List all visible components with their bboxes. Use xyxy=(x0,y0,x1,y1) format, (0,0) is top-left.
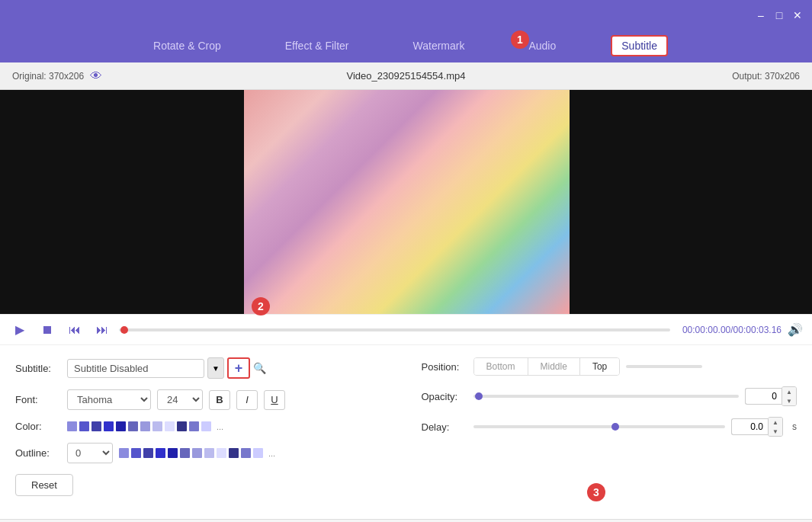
outline-swatch-2[interactable] xyxy=(131,448,141,458)
outline-swatch-3[interactable] xyxy=(143,448,153,458)
outline-swatch-10[interactable] xyxy=(229,448,239,458)
opacity-label: Opacity: xyxy=(422,391,467,402)
underline-button[interactable]: U xyxy=(264,390,285,410)
footer: OK Cancel xyxy=(0,519,812,522)
color-swatch-2[interactable] xyxy=(79,421,89,431)
search-subtitle-button[interactable]: 🔍 xyxy=(253,362,266,374)
video-header: Original: 370x206 👁 Video_230925154554.m… xyxy=(0,62,812,90)
progress-indicator xyxy=(120,326,128,334)
color-swatch-4[interactable] xyxy=(104,421,114,431)
color-swatch-3[interactable] xyxy=(91,421,101,431)
eye-icon[interactable]: 👁 xyxy=(90,69,102,83)
video-black-left xyxy=(0,90,244,314)
outline-swatch-6[interactable] xyxy=(180,448,190,458)
maximize-button[interactable]: □ xyxy=(772,8,786,22)
color-swatch-10[interactable] xyxy=(177,421,187,431)
delay-up[interactable]: ▲ xyxy=(769,418,782,427)
outline-select[interactable]: 0 xyxy=(67,443,113,463)
play-button[interactable]: ▶ xyxy=(9,319,30,341)
step3-badge: 3 xyxy=(587,483,605,501)
opacity-row: Opacity: ▲ ▼ xyxy=(422,386,798,406)
delay-down[interactable]: ▼ xyxy=(769,427,782,436)
stop-button[interactable]: ⏹ xyxy=(37,319,58,341)
outline-color-swatches: ... xyxy=(119,448,275,458)
settings-panel: Subtitle: Subtitle Disabled ▼ + 🔍 Font: … xyxy=(0,344,812,519)
color-swatch-1[interactable] xyxy=(67,421,77,431)
color-more[interactable]: ... xyxy=(217,422,223,431)
font-row: Font: Tahoma 24 B I U xyxy=(15,389,391,410)
opacity-input[interactable] xyxy=(745,388,782,405)
tab-effect-filter[interactable]: Effect & Filter xyxy=(276,37,358,55)
outline-swatch-12[interactable] xyxy=(253,448,263,458)
color-swatches: ... xyxy=(67,421,223,431)
add-subtitle-button[interactable]: + xyxy=(227,357,250,379)
outline-color-more[interactable]: ... xyxy=(268,449,275,458)
opacity-spin-group: ▲ ▼ xyxy=(745,386,797,406)
color-swatch-6[interactable] xyxy=(128,421,138,431)
outline-swatch-1[interactable] xyxy=(119,448,129,458)
outline-swatch-8[interactable] xyxy=(204,448,214,458)
font-label: Font: xyxy=(15,394,61,405)
main-area: Original: 370x206 👁 Video_230925154554.m… xyxy=(0,62,812,519)
delay-slider-thumb[interactable] xyxy=(611,423,619,431)
outline-swatch-9[interactable] xyxy=(217,448,226,458)
delay-row: Delay: ▲ ▼ s xyxy=(422,417,798,437)
outline-swatch-4[interactable] xyxy=(156,448,165,458)
subtitle-dropdown[interactable]: Subtitle Disabled xyxy=(67,359,204,378)
reset-row: Reset xyxy=(15,474,391,496)
video-filename: Video_230925154554.mp4 xyxy=(347,70,466,82)
color-swatch-5[interactable] xyxy=(116,421,126,431)
outline-swatch-5[interactable] xyxy=(168,448,178,458)
dropdown-arrow[interactable]: ▼ xyxy=(207,357,224,379)
subtitle-row: Subtitle: Subtitle Disabled ▼ + 🔍 xyxy=(15,357,391,379)
tab-subtitle[interactable]: Subtitle xyxy=(611,35,668,56)
opacity-up[interactable]: ▲ xyxy=(782,387,796,396)
playback-bar: ▶ ⏹ ⏮ ⏭ 00:00:00.00/00:00:03.16 🔊 xyxy=(0,314,812,344)
progress-bar[interactable] xyxy=(119,328,670,331)
bold-button[interactable]: B xyxy=(209,390,230,410)
color-swatch-8[interactable] xyxy=(152,421,162,431)
position-middle[interactable]: Middle xyxy=(528,358,580,375)
outline-swatch-11[interactable] xyxy=(241,448,251,458)
tab-watermark[interactable]: Watermark xyxy=(404,37,474,55)
opacity-slider[interactable] xyxy=(473,395,740,398)
font-select[interactable]: Tahoma xyxy=(67,389,151,410)
output-size: Output: 370x206 xyxy=(732,71,800,82)
position-group: Bottom Middle Top xyxy=(473,357,621,376)
tab-rotate-crop[interactable]: Rotate & Crop xyxy=(144,37,230,55)
video-black-right xyxy=(570,90,812,314)
close-button[interactable]: ✕ xyxy=(791,8,804,22)
subtitle-label: Subtitle: xyxy=(15,363,61,374)
next-button[interactable]: ⏭ xyxy=(91,319,113,341)
opacity-down[interactable]: ▼ xyxy=(782,396,796,405)
step1-badge: 1 xyxy=(511,30,529,49)
settings-right: Position: Bottom Middle Top Opacity: xyxy=(422,357,798,507)
step2-badge: 2 xyxy=(252,297,270,315)
position-bottom[interactable]: Bottom xyxy=(474,358,528,375)
delay-slider[interactable] xyxy=(473,425,726,428)
color-swatch-7[interactable] xyxy=(140,421,150,431)
color-swatch-12[interactable] xyxy=(201,421,211,431)
delay-label: Delay: xyxy=(422,421,467,433)
opacity-slider-thumb[interactable] xyxy=(475,392,483,400)
color-label: Color: xyxy=(15,421,61,432)
time-display: 00:00:00.00/00:00:03.16 xyxy=(682,325,782,335)
reset-button[interactable]: Reset xyxy=(15,474,73,496)
font-size-select[interactable]: 24 xyxy=(157,389,203,410)
tabbar: Rotate & Crop Effect & Filter Watermark … xyxy=(0,30,812,62)
volume-icon[interactable]: 🔊 xyxy=(788,322,803,337)
delay-slider-wrap xyxy=(473,425,726,428)
prev-button[interactable]: ⏮ xyxy=(64,319,85,341)
outline-swatch-7[interactable] xyxy=(192,448,202,458)
color-swatch-9[interactable] xyxy=(165,421,175,431)
color-swatch-11[interactable] xyxy=(189,421,199,431)
delay-input[interactable] xyxy=(731,418,768,435)
minimize-button[interactable]: – xyxy=(754,8,768,22)
delay-unit: s xyxy=(792,421,797,432)
settings-left: Subtitle: Subtitle Disabled ▼ + 🔍 Font: … xyxy=(15,357,391,507)
position-slider[interactable] xyxy=(626,365,702,368)
color-row: Color: ... xyxy=(15,421,391,432)
italic-button[interactable]: I xyxy=(236,390,258,410)
position-top[interactable]: Top xyxy=(580,358,619,375)
delay-spin-group: ▲ ▼ xyxy=(731,417,783,437)
